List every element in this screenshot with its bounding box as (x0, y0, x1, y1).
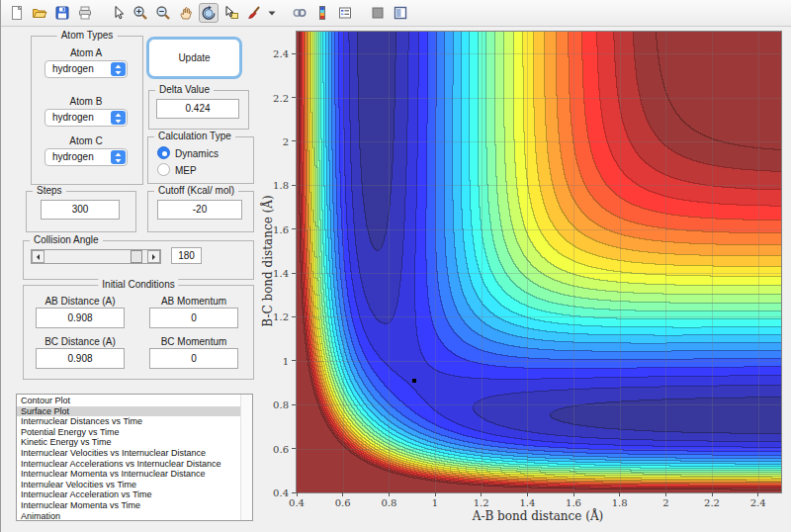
list-item[interactable]: Internulear Velocities vs Time (17, 480, 241, 490)
slider-thumb[interactable] (131, 250, 142, 263)
x-tick-mark (481, 492, 482, 496)
radio-mep[interactable] (157, 163, 170, 176)
insert-colorbar-icon[interactable] (312, 3, 332, 23)
ab-momentum-field[interactable]: 0 (149, 308, 238, 328)
insert-legend-icon[interactable] (335, 3, 355, 23)
listbox-scrollbar[interactable] (240, 395, 252, 520)
radio-dynamics-label: Dynamics (175, 148, 219, 159)
data-cursor-icon[interactable] (221, 3, 241, 23)
list-item[interactable]: Internuclear Accelerations vs Internucle… (17, 459, 241, 470)
x-tick-mark (619, 492, 620, 496)
y-tick-label: 2.4 (256, 48, 289, 59)
collision-angle-slider[interactable] (31, 249, 161, 264)
x-tick-mark (757, 492, 758, 496)
y-tick-mark (292, 273, 296, 274)
x-tick-label: 2 (662, 497, 668, 508)
list-item[interactable]: Contour Plot (17, 396, 241, 406)
list-item[interactable]: Kinetic Energy vs Time (17, 437, 241, 448)
calculation-type-title: Calculation Type (154, 131, 235, 141)
y-tick-mark (292, 140, 296, 141)
cutoff-title: Cutoff (Kcal/ mol) (154, 185, 238, 196)
list-item[interactable]: Surface Plot (17, 406, 241, 417)
collision-angle-field[interactable]: 180 (171, 247, 202, 264)
x-tick-label: 1 (432, 497, 438, 508)
popup-arrows-icon (111, 111, 126, 125)
atom-c-value: hydrogen (52, 151, 94, 162)
collision-angle-title: Collision Angle (30, 234, 103, 245)
list-item[interactable]: Internuclear Velocities vs Internuclear … (17, 448, 241, 459)
list-item[interactable]: Internuclear Momenta vs Time (17, 500, 241, 511)
x-tick-mark (527, 492, 528, 496)
ab-distance-field[interactable]: 0.908 (36, 308, 125, 328)
x-tick-mark (435, 492, 436, 496)
cutoff-field[interactable]: -20 (157, 200, 242, 220)
rotate-3d-icon[interactable] (199, 3, 219, 23)
x-tick-mark (342, 492, 343, 496)
ab-momentum-label: AB Momentum (144, 296, 243, 307)
atom-a-label: Atom A (31, 47, 141, 58)
y-tick-mark (292, 492, 296, 493)
y-tick-mark (292, 404, 296, 405)
bc-momentum-label: BC Momentum (144, 336, 243, 347)
y-tick-mark (292, 53, 296, 54)
x-tick-label: 1.4 (519, 497, 535, 508)
list-item[interactable]: Animation (17, 511, 241, 521)
steps-field[interactable]: 300 (41, 200, 120, 220)
atom-b-select[interactable]: hydrogen (44, 109, 128, 127)
bc-momentum-field[interactable]: 0 (149, 348, 238, 369)
hide-plot-tools-icon[interactable] (368, 3, 388, 23)
new-figure-icon[interactable] (7, 3, 27, 23)
atom-c-select[interactable]: hydrogen (44, 148, 128, 166)
delta-value-title: Delta Value (155, 84, 214, 95)
bc-distance-label: BC Distance (A) (31, 336, 130, 347)
plot-type-listbox[interactable]: Contour PlotSurface PlotInternuclear Dis… (16, 394, 253, 521)
list-item[interactable]: Internuclear Distances vs Time (17, 416, 241, 427)
brush-data-icon[interactable] (244, 3, 264, 23)
x-tick-mark (389, 492, 390, 496)
radio-dynamics[interactable] (157, 146, 170, 159)
contour-plot-canvas[interactable] (296, 31, 782, 493)
update-button[interactable]: Update (146, 37, 242, 79)
link-plot-icon[interactable] (290, 3, 309, 23)
ab-distance-label: AB Distance (A) (31, 296, 130, 307)
matlab-figure-window: Atom Types Atom A hydrogen Atom B hydrog… (0, 0, 791, 532)
print-figure-icon[interactable] (75, 3, 95, 23)
brush-dropdown-icon[interactable] (267, 3, 277, 23)
x-tick-mark (573, 492, 574, 496)
y-tick-mark (292, 360, 296, 361)
delta-value-field[interactable]: 0.424 (156, 99, 239, 119)
popup-arrows-icon (111, 62, 126, 76)
edit-plot-icon[interactable] (108, 3, 128, 23)
x-tick-label: 0.4 (289, 497, 305, 508)
open-file-icon[interactable] (30, 3, 49, 23)
atom-c-label: Atom C (31, 135, 141, 146)
y-tick-label: 0.6 (256, 443, 289, 454)
slider-left-arrow[interactable] (32, 250, 44, 263)
list-item[interactable]: Potential Energy vs Time (17, 427, 241, 438)
y-tick-label: 0.8 (256, 399, 289, 410)
pan-icon[interactable] (176, 3, 196, 23)
y-tick-mark (292, 97, 296, 98)
figure-toolbar (1, 0, 791, 27)
y-tick-label: 1.6 (256, 223, 289, 234)
atom-types-title: Atom Types (57, 30, 118, 41)
list-item[interactable]: Internuclear Momenta vs Internuclear Dis… (17, 469, 241, 480)
bc-distance-field[interactable]: 0.908 (36, 348, 125, 369)
steps-title: Steps (33, 185, 66, 196)
x-tick-label: 0.6 (335, 497, 351, 508)
y-tick-label: 1.8 (256, 180, 289, 191)
atom-a-select[interactable]: hydrogen (44, 60, 128, 78)
atom-b-value: hydrogen (52, 112, 94, 123)
save-figure-icon[interactable] (52, 3, 72, 23)
y-tick-label: 1.4 (256, 268, 289, 279)
slider-right-arrow[interactable] (147, 250, 160, 263)
radio-mep-label: MEP (175, 165, 197, 176)
list-item[interactable]: Internuclear Acceleration vs Time (17, 489, 241, 500)
x-tick-label: 1.8 (612, 497, 628, 508)
x-tick-label: 1.2 (474, 497, 489, 508)
dock-figure-icon[interactable] (391, 3, 410, 23)
zoom-out-icon[interactable] (153, 3, 173, 23)
x-axis-label: A-B bond distance (Å) (296, 509, 780, 523)
zoom-in-icon[interactable] (131, 3, 150, 23)
y-tick-label: 2 (256, 135, 289, 146)
